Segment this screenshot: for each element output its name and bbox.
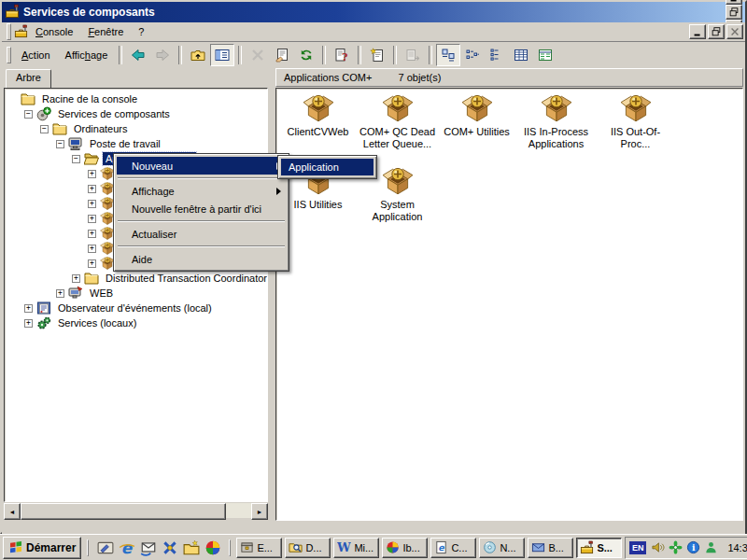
start-button[interactable]: Démarrer — [3, 537, 81, 559]
tree-item[interactable]: +WEB — [5, 286, 267, 301]
view-status-button[interactable] — [533, 44, 557, 66]
ie-document-icon: e — [434, 540, 448, 554]
expand-toggle[interactable]: + — [88, 170, 96, 178]
folder-search-icon — [289, 540, 303, 554]
task-button[interactable]: D... — [285, 538, 331, 558]
quicklaunch-grip[interactable] — [87, 539, 89, 556]
tasks-grip[interactable] — [229, 539, 231, 556]
expand-toggle[interactable]: + — [56, 289, 64, 298]
view-larges-icon-button[interactable] — [436, 44, 460, 66]
menubar-item-console[interactable]: Console — [28, 24, 80, 39]
toolbar-menu-affichage[interactable]: Affichage — [58, 48, 116, 63]
tree-item[interactable]: −Poste de travail — [5, 136, 267, 151]
view-smalls-icon-button[interactable] — [460, 44, 485, 66]
application-item-label: COM+ Utilities — [444, 126, 510, 138]
folder-open-icon — [84, 151, 100, 166]
delete-button[interactable] — [246, 44, 270, 66]
expand-toggle[interactable]: + — [88, 215, 96, 223]
folder-sparkle-quicklaunch-button[interactable] — [180, 538, 202, 558]
svg-text:i: i — [692, 542, 696, 553]
tree-item[interactable]: +Distributed Transaction Coordinator — [5, 271, 267, 286]
task-button[interactable]: B... — [528, 538, 573, 558]
complus-application-icon — [620, 92, 652, 124]
minimize-button[interactable] — [689, 24, 706, 39]
tree-item[interactable]: Racine de la console — [5, 91, 267, 106]
task-button-label: S... — [597, 542, 613, 553]
back-button[interactable] — [126, 44, 150, 66]
tree-item[interactable]: +Observateur d'événements (local) — [5, 301, 267, 315]
scroll-right-button[interactable]: ► — [251, 503, 268, 520]
event-viewer-icon — [36, 301, 52, 315]
msn-quicklaunch-button[interactable] — [159, 538, 180, 558]
scroll-left-button[interactable]: ◄ — [4, 503, 21, 520]
color-ball-quicklaunch-button[interactable] — [202, 538, 223, 558]
menubar-item-fentre[interactable]: Fenêtre — [80, 24, 131, 39]
forward-button[interactable] — [150, 44, 175, 66]
properties-button[interactable] — [270, 44, 294, 66]
expand-toggle[interactable]: + — [24, 319, 33, 328]
application-item[interactable]: COM+ Utilities — [437, 92, 516, 165]
show-tree-button[interactable] — [210, 44, 234, 66]
restore-button[interactable] — [726, 5, 742, 20]
task-button[interactable]: Ib... — [382, 538, 428, 558]
info-icon[interactable]: i — [685, 540, 700, 555]
context-menu-item-affichage[interactable]: Affichage — [117, 182, 286, 200]
new-object-button[interactable] — [365, 44, 389, 66]
word-icon: W — [337, 540, 351, 554]
task-button[interactable]: WMi... — [333, 538, 379, 558]
view-list-button[interactable] — [485, 44, 509, 66]
volume-icon[interactable] — [650, 540, 665, 555]
collapse-toggle[interactable]: − — [56, 140, 64, 148]
tree-item[interactable]: −Ordinateurs — [5, 121, 267, 136]
application-item[interactable]: IIS Out-Of-Proc... — [596, 92, 675, 165]
complus-application-icon — [303, 92, 334, 124]
export-list-button[interactable] — [401, 44, 425, 66]
expand-toggle[interactable]: + — [24, 304, 33, 313]
toolbar-menu-action[interactable]: Action — [14, 48, 58, 63]
submenu-item-application[interactable]: Application — [281, 159, 374, 175]
menubar-grip[interactable] — [7, 23, 11, 40]
expand-toggle[interactable]: + — [88, 200, 96, 208]
restore-button[interactable] — [708, 24, 725, 39]
task-button[interactable]: eC... — [430, 538, 476, 558]
expand-toggle[interactable]: + — [88, 259, 96, 268]
context-menu-item-aide[interactable]: Aide — [117, 250, 286, 268]
scroll-track[interactable] — [226, 503, 251, 518]
context-menu-item-actualiser[interactable]: Actualiser — [117, 225, 286, 243]
person-icon[interactable] — [703, 540, 718, 555]
console-window-icon[interactable] — [14, 24, 28, 40]
scroll-thumb[interactable] — [21, 503, 226, 520]
task-button[interactable]: N... — [479, 538, 525, 558]
flower-icon[interactable] — [668, 540, 683, 555]
internet-explorer-quicklaunch-button[interactable]: e — [116, 538, 137, 558]
expand-toggle[interactable]: + — [72, 274, 80, 283]
show-desktop-quicklaunch-button[interactable] — [94, 538, 116, 558]
context-menu-item-nouveau[interactable]: Nouveau — [117, 157, 286, 175]
horizontal-scrollbar[interactable]: ◄ ► — [4, 503, 268, 518]
toolbar-grip[interactable] — [7, 47, 11, 63]
language-indicator[interactable]: EN — [629, 541, 646, 554]
expand-toggle[interactable]: + — [88, 185, 96, 193]
tree-item[interactable]: −Services de composants — [5, 106, 267, 121]
task-button[interactable]: S... — [576, 538, 622, 558]
view-status-icon — [538, 48, 553, 63]
refresh-button[interactable] — [294, 44, 318, 66]
collapse-toggle[interactable]: − — [40, 125, 49, 133]
task-button[interactable]: E... — [236, 538, 282, 558]
up-one-level-button[interactable] — [186, 44, 210, 66]
help-button[interactable]: ? — [330, 44, 354, 66]
tree-item[interactable]: +Services (locaux) — [5, 315, 267, 330]
expand-toggle[interactable]: + — [88, 245, 96, 253]
outlook-express-quicklaunch-button[interactable] — [137, 538, 159, 558]
menubar-item-?[interactable]: ? — [131, 24, 151, 39]
menu-separator — [118, 177, 285, 179]
expand-toggle[interactable]: + — [88, 230, 96, 238]
view-details-button[interactable] — [509, 44, 533, 66]
folder-closed-icon — [52, 121, 68, 136]
collapse-toggle[interactable]: − — [72, 155, 80, 163]
context-menu-item-nouvelle[interactable]: Nouvelle fenêtre à partir d'ici — [117, 200, 286, 217]
close-button[interactable] — [726, 24, 743, 39]
collapse-toggle[interactable]: − — [24, 110, 33, 119]
application-item[interactable]: IIS In-Process Applications — [516, 92, 596, 165]
titlebar[interactable]: Services de composants — [2, 2, 745, 22]
